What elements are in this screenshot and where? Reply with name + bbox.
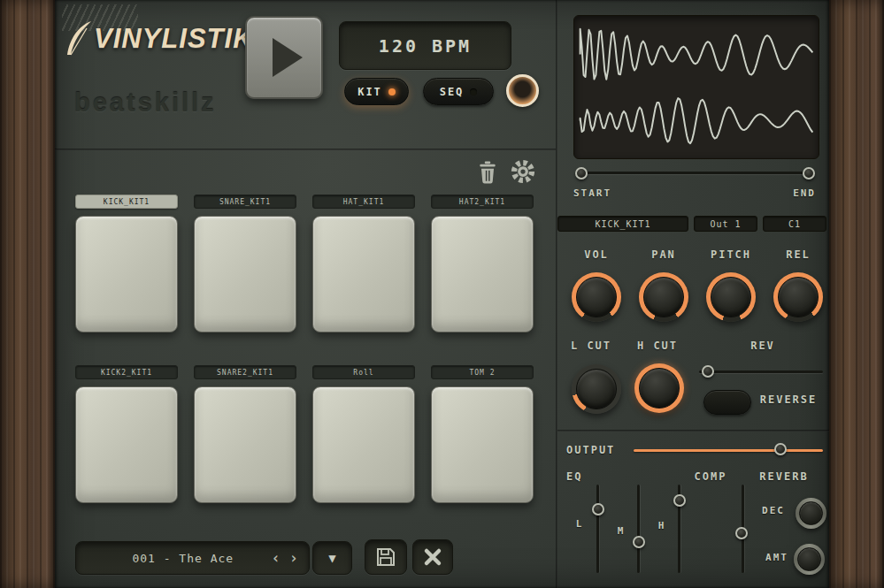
save-preset-button[interactable] [365,539,407,575]
play-icon [273,38,303,77]
preset-name: 001 - The Ace [76,552,267,565]
preset-display: 001 - The Ace ‹ › [75,541,310,575]
amt-label: AMT [759,552,795,563]
eq-low-handle[interactable] [592,503,604,515]
drum-pad[interactable] [431,386,534,503]
knob-cap [711,277,751,317]
knob-cap [778,277,819,317]
pad-name-tab[interactable]: KICK2_KIT1 [75,365,178,379]
panel-divider [556,0,557,588]
preset-dropdown-button[interactable]: ▼ [312,541,352,575]
lcut-label: L CUT [565,340,618,352]
pan-knob[interactable] [639,272,688,322]
reverse-button[interactable] [703,390,751,415]
knob-cap [797,547,821,571]
waveform-display[interactable] [573,15,819,159]
vol-label: VOL [570,248,623,261]
pan-label: PAN [637,248,690,261]
pad-name-tab[interactable]: SNARE_KIT1 [194,195,296,209]
rel-knob[interactable] [773,272,823,322]
sample-name-display: KICK_KIT1 [557,216,688,232]
triangle-down-icon: ▼ [328,551,335,565]
preset-next-button[interactable]: › [285,549,309,567]
knob-cap [576,369,617,409]
comp-handle[interactable] [735,527,748,539]
eq-low-track[interactable] [596,485,599,573]
rev-slider-track[interactable] [699,370,823,373]
knob-cap [799,501,823,525]
vol-knob[interactable] [572,272,621,322]
plugin-chassis: VINYLISTIK /// beatskillz 120 BPM KIT SE… [55,0,829,588]
kit-led [388,88,396,95]
dec-label: DEC [756,505,791,516]
output-slider-track[interactable] [634,449,823,452]
drum-pad[interactable] [194,216,296,332]
kit-label: KIT [357,86,382,98]
output-label: OUTPUT [566,444,628,456]
reverse-label: REVERSE [753,393,824,406]
drum-pad[interactable] [312,386,415,503]
start-label: START [573,187,626,199]
eq-high-handle[interactable] [673,494,686,507]
pad-name-tab[interactable]: Roll [312,365,415,379]
gear-icon[interactable] [510,158,536,185]
logo-text: VINYLISTIK [94,23,254,55]
comp-label: COMP [684,470,737,483]
output-select[interactable]: Out 1 [694,216,757,232]
drum-pad[interactable] [75,386,178,503]
quill-icon [64,19,94,58]
reverb-amt-knob[interactable] [794,544,825,575]
preset-prev-button[interactable]: ‹ [267,549,285,567]
sample-end-handle[interactable] [803,167,815,179]
eq-mid-handle[interactable] [633,536,645,548]
band-m-label: M [615,525,627,537]
delete-preset-button[interactable] [412,539,453,575]
x-icon [423,547,442,567]
waveform-bottom [580,98,813,143]
knob-cap [643,277,684,317]
drum-pad[interactable] [431,216,534,332]
seq-label: SEQ [440,86,465,98]
bpm-value: 120 BPM [379,35,472,57]
waveform-top [580,29,813,80]
eq-label: EQ [566,470,602,483]
play-button[interactable] [245,16,323,99]
sample-range-track[interactable] [579,172,811,174]
pitch-knob[interactable] [706,272,756,322]
band-h-label: H [656,520,668,531]
knob-cap [639,368,680,409]
end-label: END [770,187,816,199]
pad-name-tab[interactable]: TOM 2 [431,365,534,379]
knob-cap [576,277,617,317]
kit-mode-button[interactable]: KIT [344,78,409,105]
reverb-label: REVERB [756,470,812,483]
rel-label: REL [772,248,825,261]
lcut-knob[interactable] [572,364,621,414]
eq-mid-track[interactable] [637,485,640,573]
pad-name-tab[interactable]: SNARE2_KIT1 [194,365,296,379]
hcut-knob[interactable] [634,363,684,413]
brand-text: beatskillz [74,88,217,118]
drum-pad[interactable] [312,216,415,332]
band-l-label: L [573,518,586,530]
reverb-dec-knob[interactable] [796,498,826,529]
pitch-label: PITCH [704,248,757,261]
mode-indicator-light [506,74,539,107]
seq-led [470,88,477,95]
bpm-display[interactable]: 120 BPM [339,21,511,70]
output-slider-handle[interactable] [774,443,787,455]
drum-pad[interactable] [194,386,296,503]
drum-pad[interactable] [75,216,178,332]
seq-mode-button[interactable]: SEQ [423,78,494,105]
pad-name-tab[interactable]: KICK_KIT1 [75,195,178,209]
rev-slider-handle[interactable] [702,365,714,378]
rev-label: REV [736,340,789,352]
floppy-icon [375,546,396,568]
trash-icon[interactable] [478,161,497,184]
pad-name-tab[interactable]: HAT_KIT1 [312,195,415,209]
pad-name-tab[interactable]: HAT2_KIT1 [431,195,534,209]
wood-panel-right [829,0,884,588]
right-panel-divider [557,430,829,431]
note-select[interactable]: C1 [763,216,826,232]
sample-start-handle[interactable] [575,167,588,179]
